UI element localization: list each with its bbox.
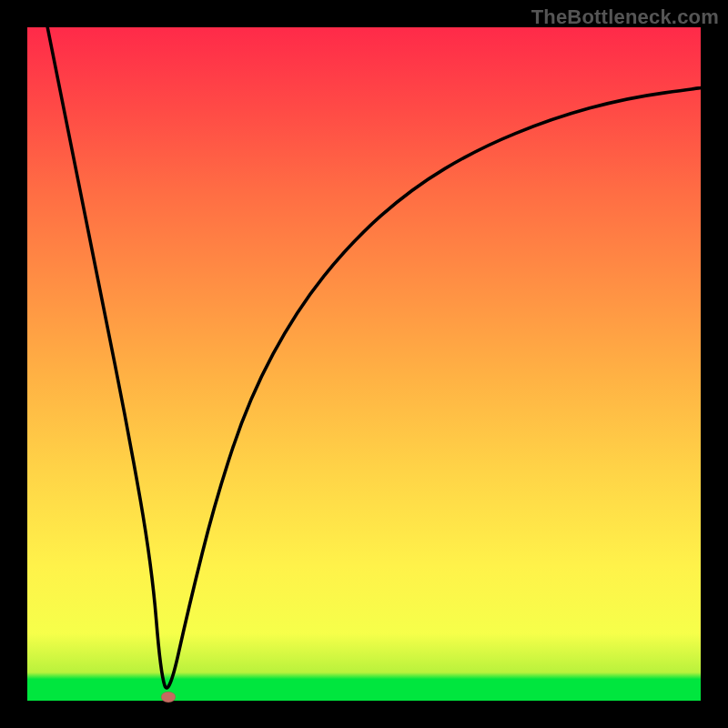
watermark-text: TheBottleneck.com [531, 5, 719, 29]
optimal-point-marker [161, 692, 176, 703]
plot-area [27, 27, 701, 701]
bottleneck-curve [27, 27, 701, 701]
chart-frame: TheBottleneck.com [0, 0, 728, 728]
